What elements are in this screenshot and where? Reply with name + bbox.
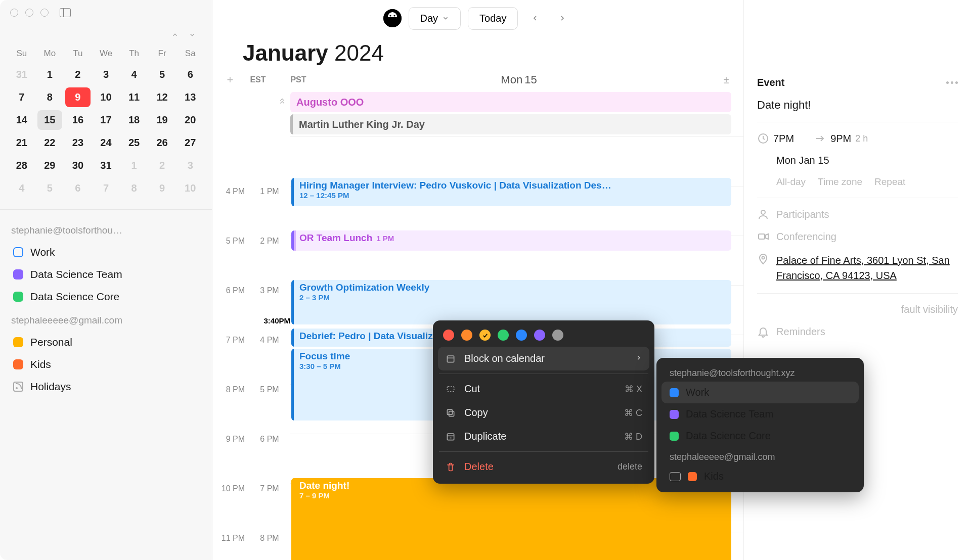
mini-day[interactable]: 1: [121, 156, 147, 175]
start-time[interactable]: 7PM: [773, 133, 794, 145]
calendar-item[interactable]: Data Science Core: [11, 286, 201, 308]
mini-day[interactable]: 23: [65, 133, 91, 153]
calendar-item[interactable]: Holidays: [11, 376, 201, 398]
view-picker[interactable]: Day: [409, 7, 461, 30]
mini-day[interactable]: 28: [9, 156, 34, 175]
mini-day[interactable]: 4: [9, 178, 34, 198]
context-menu-item[interactable]: Copy⌘ C: [438, 401, 649, 425]
mini-day[interactable]: 29: [37, 156, 63, 175]
color-swatch[interactable]: [443, 330, 454, 341]
meta-link[interactable]: Time zone: [818, 176, 862, 188]
mini-day[interactable]: 4: [121, 65, 147, 84]
calendar-item[interactable]: Kids: [11, 353, 201, 376]
context-menu-item[interactable]: Deletedelete: [438, 455, 649, 479]
event-block[interactable]: Hiring Manager Interview: Pedro Vuskovic…: [291, 178, 731, 206]
today-button[interactable]: Today: [468, 7, 518, 30]
calendar-item[interactable]: Work: [11, 241, 201, 263]
end-time[interactable]: 9PM: [830, 133, 851, 145]
mini-next-month[interactable]: [187, 29, 198, 40]
color-swatch[interactable]: [461, 330, 472, 341]
mini-day[interactable]: 26: [150, 133, 175, 153]
bell-icon: [757, 325, 769, 338]
mini-day[interactable]: 5: [37, 178, 63, 198]
mini-day[interactable]: 13: [178, 87, 203, 107]
mini-day[interactable]: 5: [150, 65, 175, 84]
mini-day[interactable]: 2: [65, 65, 91, 84]
mini-day[interactable]: 12: [150, 87, 175, 107]
time-label-pst: 5 PM: [249, 384, 290, 434]
all-day-event[interactable]: Martin Luther King Jr. Day: [290, 114, 731, 134]
meta-link[interactable]: Repeat: [874, 176, 905, 188]
mini-day[interactable]: 27: [178, 133, 203, 153]
mini-day[interactable]: 9: [65, 87, 91, 107]
mini-day[interactable]: 3: [178, 156, 203, 175]
color-swatch[interactable]: [498, 330, 509, 341]
mini-day[interactable]: 8: [37, 87, 63, 107]
mini-day[interactable]: 6: [178, 65, 203, 84]
color-swatch[interactable]: [479, 330, 491, 341]
mini-day[interactable]: 8: [121, 178, 147, 198]
submenu-calendar-item[interactable]: Work: [661, 382, 859, 403]
event-name[interactable]: Date night!: [757, 99, 958, 112]
mini-day[interactable]: 10: [94, 87, 119, 107]
mini-day[interactable]: 16: [65, 110, 91, 130]
calendar-item[interactable]: Personal: [11, 331, 201, 353]
calendar-item[interactable]: Data Science Team: [11, 263, 201, 286]
meta-link[interactable]: All-day: [776, 176, 806, 188]
calendar-name: Holidays: [30, 381, 71, 393]
sidebar-toggle-icon[interactable]: [60, 8, 71, 17]
mini-day[interactable]: 7: [9, 87, 34, 107]
mini-day[interactable]: 7: [94, 178, 119, 198]
event-time: 1 PM: [376, 234, 394, 243]
event-block[interactable]: OR Team Lunch1 PM: [291, 230, 731, 251]
participants-field[interactable]: Participants: [776, 209, 829, 220]
submenu-calendar-item[interactable]: Data Science Team: [661, 403, 859, 425]
all-day-event[interactable]: Augusto OOO: [290, 92, 731, 112]
mini-day[interactable]: 11: [121, 87, 147, 107]
avatar[interactable]: [383, 9, 402, 27]
collapse-allday-icon[interactable]: [275, 94, 289, 108]
mini-day[interactable]: 31: [9, 65, 34, 84]
prev-day[interactable]: [525, 8, 545, 28]
mini-day[interactable]: 19: [150, 110, 175, 130]
mini-day[interactable]: 31: [94, 156, 119, 175]
mini-day[interactable]: 9: [150, 178, 175, 198]
timezone-settings-icon[interactable]: ±: [719, 74, 733, 86]
mini-day[interactable]: 3: [94, 65, 119, 84]
mini-day[interactable]: 2: [150, 156, 175, 175]
mini-day[interactable]: 24: [94, 133, 119, 153]
mini-day[interactable]: 30: [65, 156, 91, 175]
mini-day[interactable]: 25: [121, 133, 147, 153]
mini-day[interactable]: 18: [121, 110, 147, 130]
color-swatch[interactable]: [534, 330, 545, 341]
mini-day[interactable]: 14: [9, 110, 34, 130]
reminders-field[interactable]: Reminders: [776, 326, 825, 338]
window-max-icon[interactable]: [40, 9, 49, 17]
mini-day[interactable]: 1: [37, 65, 63, 84]
add-event-button[interactable]: +: [223, 73, 238, 86]
submenu-calendar-item[interactable]: Data Science Core: [661, 425, 859, 447]
mini-day[interactable]: 21: [9, 133, 34, 153]
context-menu-item[interactable]: Block on calendar: [438, 347, 649, 370]
day-header: + EST PST Mon15 ±: [212, 68, 743, 92]
mini-day[interactable]: 6: [65, 178, 91, 198]
event-block[interactable]: Growth Optimization Weekly2 – 3 PM: [291, 280, 731, 324]
color-swatch[interactable]: [516, 330, 527, 341]
mini-day[interactable]: 20: [178, 110, 203, 130]
mini-day[interactable]: 17: [94, 110, 119, 130]
window-close-icon[interactable]: [10, 9, 18, 17]
location-field[interactable]: Palace of Fine Arts, 3601 Lyon St, San F…: [776, 253, 958, 283]
mini-prev-month[interactable]: [169, 29, 181, 40]
context-menu-item[interactable]: Cut⌘ X: [438, 377, 649, 401]
window-min-icon[interactable]: [25, 9, 33, 17]
color-swatch[interactable]: [552, 330, 563, 341]
mini-day[interactable]: 22: [37, 133, 63, 153]
mini-day[interactable]: 15: [37, 110, 63, 130]
event-date[interactable]: Mon Jan 15: [776, 155, 958, 166]
panel-more-icon[interactable]: [946, 81, 958, 84]
conferencing-field[interactable]: Conferencing: [776, 231, 836, 243]
submenu-calendar-item[interactable]: Kids: [661, 465, 859, 487]
mini-day[interactable]: 10: [178, 178, 203, 198]
next-day[interactable]: [552, 8, 572, 28]
context-menu-item[interactable]: Duplicate⌘ D: [438, 425, 649, 448]
